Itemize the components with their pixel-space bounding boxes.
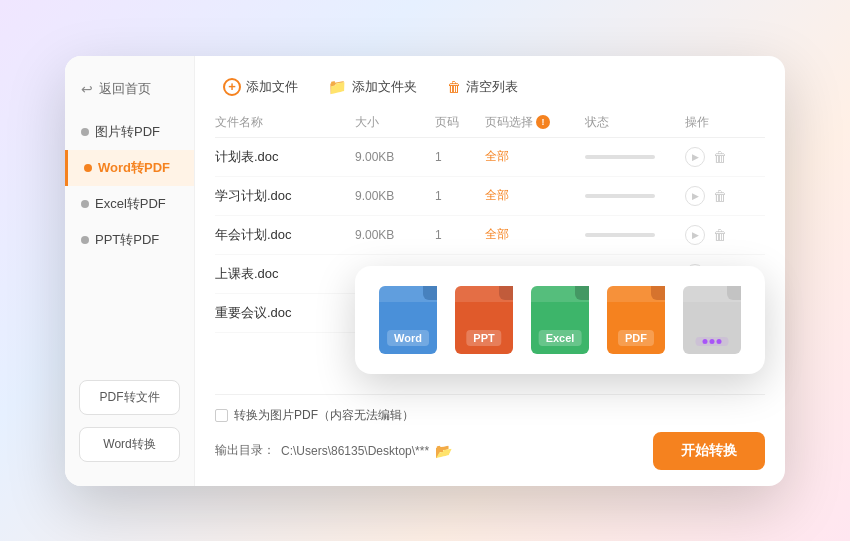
footer-bottom: 输出目录： C:\Users\86135\Desktop\*** 📂 开始转换 <box>215 432 765 470</box>
file-name: 上课表.doc <box>215 265 355 283</box>
file-icon-excel[interactable]: Excel <box>531 286 589 354</box>
page-select[interactable]: 全部 <box>485 226 585 243</box>
sidebar-item-word2pdf-label: Word转PDF <box>98 159 170 177</box>
play-button[interactable]: ▶ <box>685 147 705 167</box>
add-file-icon: + <box>223 78 241 96</box>
other-label <box>696 337 729 346</box>
footer: 转换为图片PDF（内容无法编辑） 输出目录： C:\Users\86135\De… <box>215 394 765 470</box>
output-dir-path: C:\Users\86135\Desktop\*** <box>281 444 429 458</box>
folder-icon[interactable]: 📂 <box>435 443 452 459</box>
col-status: 状态 <box>585 114 685 131</box>
status-bar <box>585 155 655 159</box>
word-convert-button[interactable]: Word转换 <box>79 427 180 462</box>
back-arrow-icon: ↩ <box>81 81 93 97</box>
row-actions: ▶ 🗑 <box>685 225 765 245</box>
delete-button[interactable]: 🗑 <box>713 227 727 243</box>
sidebar-item-word2pdf[interactable]: Word转PDF <box>65 150 194 186</box>
sidebar: ↩ 返回首页 图片转PDF Word转PDF Excel转PDF PPT转PDF… <box>65 56 195 486</box>
img2pdf-dot-icon <box>81 128 89 136</box>
back-label: 返回首页 <box>99 80 151 98</box>
image-pdf-checkbox[interactable] <box>215 409 228 422</box>
word-label: Word <box>387 330 429 346</box>
file-icon-pdf[interactable]: PDF <box>607 286 665 354</box>
pdf-to-file-button[interactable]: PDF转文件 <box>79 380 180 415</box>
file-icon-ppt[interactable]: PPT <box>455 286 513 354</box>
file-type-popup: Word PPT Excel PDF <box>355 266 765 374</box>
file-name: 重要会议.doc <box>215 304 355 322</box>
delete-button[interactable]: 🗑 <box>713 149 727 165</box>
sidebar-item-img2pdf-label: 图片转PDF <box>95 123 160 141</box>
sidebar-item-img2pdf[interactable]: 图片转PDF <box>65 114 194 150</box>
file-icon-word[interactable]: Word <box>379 286 437 354</box>
excel2pdf-dot-icon <box>81 200 89 208</box>
app-window: ↩ 返回首页 图片转PDF Word转PDF Excel转PDF PPT转PDF… <box>65 56 785 486</box>
add-file-label: 添加文件 <box>246 78 298 96</box>
page-select-info-icon: ! <box>536 115 550 129</box>
ppt2pdf-dot-icon <box>81 236 89 244</box>
add-folder-label: 添加文件夹 <box>352 78 417 96</box>
table-row: 年会计划.doc 9.00KB 1 全部 ▶ 🗑 <box>215 216 765 255</box>
row-actions: ▶ 🗑 <box>685 147 765 167</box>
col-name: 文件名称 <box>215 114 355 131</box>
col-size: 大小 <box>355 114 435 131</box>
status-bar <box>585 194 655 198</box>
excel-label: Excel <box>539 330 582 346</box>
file-name: 计划表.doc <box>215 148 355 166</box>
status-bar <box>585 233 655 237</box>
page-select[interactable]: 全部 <box>485 148 585 165</box>
sidebar-item-excel2pdf-label: Excel转PDF <box>95 195 166 213</box>
sidebar-item-ppt2pdf-label: PPT转PDF <box>95 231 159 249</box>
table-row: 学习计划.doc 9.00KB 1 全部 ▶ 🗑 <box>215 177 765 216</box>
sidebar-item-excel2pdf[interactable]: Excel转PDF <box>65 186 194 222</box>
play-button[interactable]: ▶ <box>685 225 705 245</box>
col-pages: 页码 <box>435 114 485 131</box>
footer-top: 转换为图片PDF（内容无法编辑） <box>215 407 765 424</box>
col-actions: 操作 <box>685 114 765 131</box>
file-pages: 1 <box>435 189 485 203</box>
pdf-to-file-label: PDF转文件 <box>100 390 160 404</box>
table-row: 计划表.doc 9.00KB 1 全部 ▶ 🗑 <box>215 138 765 177</box>
add-folder-icon: 📁 <box>328 78 347 96</box>
file-pages: 1 <box>435 150 485 164</box>
pdf-label: PDF <box>618 330 654 346</box>
file-icon-other[interactable] <box>683 286 741 354</box>
ppt-label: PPT <box>466 330 501 346</box>
file-size: 9.00KB <box>355 228 435 242</box>
page-select[interactable]: 全部 <box>485 187 585 204</box>
clear-list-button[interactable]: 🗑 清空列表 <box>439 74 526 100</box>
toolbar: + 添加文件 📁 添加文件夹 🗑 清空列表 <box>215 74 765 100</box>
convert-button[interactable]: 开始转换 <box>653 432 765 470</box>
row-actions: ▶ 🗑 <box>685 186 765 206</box>
file-pages: 1 <box>435 228 485 242</box>
clear-list-label: 清空列表 <box>466 78 518 96</box>
file-name: 年会计划.doc <box>215 226 355 244</box>
delete-button[interactable]: 🗑 <box>713 188 727 204</box>
add-folder-button[interactable]: 📁 添加文件夹 <box>320 74 425 100</box>
add-file-button[interactable]: + 添加文件 <box>215 74 306 100</box>
word-convert-label: Word转换 <box>103 437 155 451</box>
clear-list-icon: 🗑 <box>447 79 461 95</box>
play-button[interactable]: ▶ <box>685 186 705 206</box>
file-size: 9.00KB <box>355 189 435 203</box>
file-size: 9.00KB <box>355 150 435 164</box>
table-header: 文件名称 大小 页码 页码选择 ! 状态 操作 <box>215 114 765 138</box>
output-directory: 输出目录： C:\Users\86135\Desktop\*** 📂 <box>215 442 452 459</box>
back-button[interactable]: ↩ 返回首页 <box>65 74 194 114</box>
sidebar-item-ppt2pdf[interactable]: PPT转PDF <box>65 222 194 258</box>
output-dir-label: 输出目录： <box>215 442 275 459</box>
image-pdf-label: 转换为图片PDF（内容无法编辑） <box>234 407 414 424</box>
word2pdf-dot-icon <box>84 164 92 172</box>
col-page-select: 页码选择 ! <box>485 114 585 131</box>
file-name: 学习计划.doc <box>215 187 355 205</box>
